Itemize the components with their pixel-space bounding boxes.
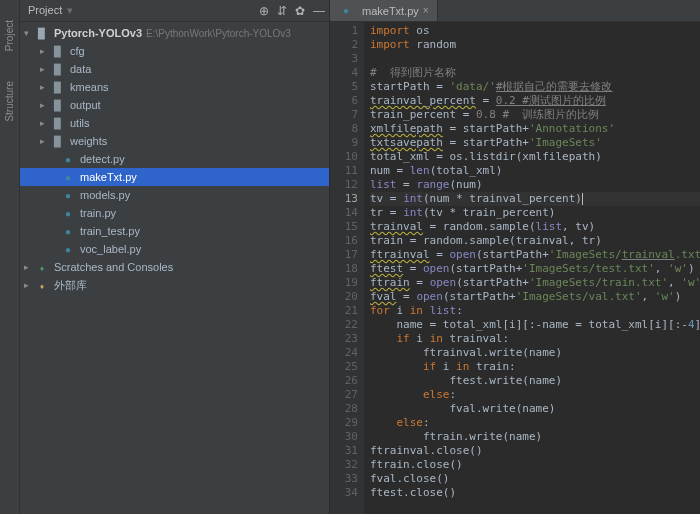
editor-body[interactable]: 1234567891011121314151617181920212223242… bbox=[330, 22, 700, 514]
editor-pane: ● makeTxt.py × 1234567891011121314151617… bbox=[330, 0, 700, 514]
tree-folder[interactable]: ▸▉utils bbox=[20, 114, 329, 132]
rail-tab-project[interactable]: Project bbox=[4, 20, 15, 51]
tree-file[interactable]: ●models.py bbox=[20, 186, 329, 204]
hide-icon[interactable]: — bbox=[313, 4, 325, 18]
tree-external[interactable]: ▸ ⬧ 外部库 bbox=[20, 276, 329, 294]
tree-folder[interactable]: ▸▉weights bbox=[20, 132, 329, 150]
tree-file[interactable]: ●train.py bbox=[20, 204, 329, 222]
tree-folder[interactable]: ▸▉output bbox=[20, 96, 329, 114]
project-tree: ▾ ▉ Pytorch-YOLOv3 E:\PythonWork\Pytorch… bbox=[20, 22, 329, 514]
tree-file[interactable]: ●detect.py bbox=[20, 150, 329, 168]
tree-file[interactable]: ●train_test.py bbox=[20, 222, 329, 240]
sidebar-header: Project ▾ ⊕ ⇵ ✿ — bbox=[20, 0, 329, 22]
python-file-icon: ● bbox=[338, 5, 354, 16]
close-icon[interactable]: × bbox=[423, 5, 429, 16]
code-area[interactable]: import osimport random # 得到图片名称startPath… bbox=[364, 22, 700, 514]
tree-root[interactable]: ▾ ▉ Pytorch-YOLOv3 E:\PythonWork\Pytorch… bbox=[20, 24, 329, 42]
tree-file[interactable]: ●voc_label.py bbox=[20, 240, 329, 258]
editor-tab-bar: ● makeTxt.py × bbox=[330, 0, 700, 22]
line-gutter: 1234567891011121314151617181920212223242… bbox=[330, 22, 364, 514]
tree-folder[interactable]: ▸▉data bbox=[20, 60, 329, 78]
sidebar-title: Project ▾ bbox=[24, 4, 73, 17]
editor-tab[interactable]: ● makeTxt.py × bbox=[330, 0, 438, 21]
project-sidebar: Project ▾ ⊕ ⇵ ✿ — ▾ ▉ Pytorch-YOLOv3 E:\… bbox=[20, 0, 330, 514]
tree-folder[interactable]: ▸▉cfg bbox=[20, 42, 329, 60]
tree-folder[interactable]: ▸▉kmeans bbox=[20, 78, 329, 96]
tab-label: makeTxt.py bbox=[362, 5, 419, 17]
gear-icon[interactable]: ✿ bbox=[295, 4, 305, 18]
tree-file[interactable]: ●makeTxt.py bbox=[20, 168, 329, 186]
tool-window-rail: Project Structure bbox=[0, 0, 20, 514]
rail-tab-structure[interactable]: Structure bbox=[4, 81, 15, 122]
tree-scratches[interactable]: ▸ ⬧ Scratches and Consoles bbox=[20, 258, 329, 276]
locate-icon[interactable]: ⊕ bbox=[259, 4, 269, 18]
expand-icon[interactable]: ⇵ bbox=[277, 4, 287, 18]
